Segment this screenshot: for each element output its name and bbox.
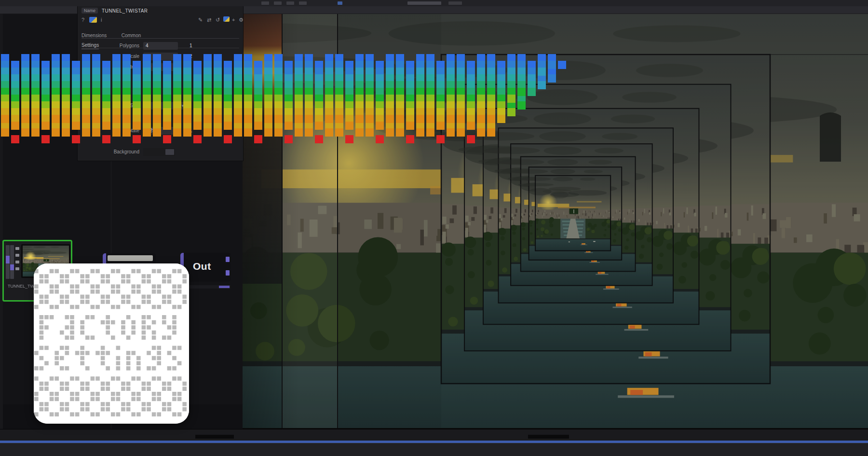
- factory-settings-pixel-art: [34, 263, 189, 424]
- edit-icon[interactable]: ✎: [198, 16, 203, 23]
- factory-settings-card: [34, 263, 189, 424]
- size-dropdown[interactable]: [143, 102, 186, 110]
- menu-icon[interactable]: [338, 1, 342, 5]
- param-row: Background: [78, 148, 243, 157]
- help-icon[interactable]: ?: [81, 16, 84, 23]
- revert-icon[interactable]: ↺: [216, 16, 220, 23]
- param-label: Size: [130, 103, 139, 108]
- out-node-label: Out: [193, 261, 211, 272]
- node-output-pip[interactable]: [226, 257, 230, 262]
- name-label: Name: [81, 8, 98, 14]
- param-label: Rotate: [125, 128, 139, 133]
- param-row: Polygons 4 1: [78, 42, 243, 51]
- operator-thumbnail-icon: [89, 17, 97, 23]
- tab-common[interactable]: Common: [122, 33, 141, 38]
- parameter-panel: Name TUNNEL_TWISTAR ? i ✎ ⇄ ↺ + ⚙ Dimens…: [77, 5, 244, 161]
- param-value-field[interactable]: 0.25: [143, 127, 178, 135]
- param-extra-value: 2: [190, 54, 192, 59]
- timeline[interactable]: [0, 429, 868, 456]
- param-label: Steps: [127, 64, 139, 69]
- param-label: Polygons: [120, 43, 139, 48]
- param-value-field[interactable]: 4: [143, 42, 178, 50]
- param-extra-value: 1: [190, 43, 192, 48]
- node-thumb-sky: [108, 255, 153, 261]
- background-color-swatch[interactable]: [143, 148, 175, 156]
- timeline-range-marker[interactable]: [195, 435, 234, 439]
- param-value-field[interactable]: 8: [143, 53, 178, 60]
- param-extra-value: 1: [190, 128, 192, 133]
- node-mini-icon: [15, 267, 19, 270]
- snapshot-icon[interactable]: [223, 16, 230, 22]
- gear-icon[interactable]: ⚙: [239, 16, 244, 23]
- param-row: Scale 8 2: [78, 53, 243, 61]
- timeline-range-marker[interactable]: [528, 435, 569, 439]
- status-smudge: [448, 1, 462, 5]
- node-slider[interactable]: [10, 245, 14, 279]
- operator-title: TUNNEL_TWISTAR: [102, 8, 148, 14]
- menu-icon[interactable]: [274, 1, 282, 5]
- node-output-pip[interactable]: [226, 270, 230, 276]
- window-title-bar: [0, 0, 868, 6]
- param-row: Size: [78, 102, 243, 111]
- tab-dimensions[interactable]: Dimensions: [81, 33, 107, 38]
- link-icon[interactable]: ⇄: [207, 16, 211, 23]
- menu-icon[interactable]: [261, 1, 269, 5]
- param-label: Scale: [127, 54, 139, 59]
- add-icon[interactable]: +: [232, 16, 235, 23]
- timeline-ruler[interactable]: [0, 429, 868, 441]
- menu-icon[interactable]: [299, 1, 307, 5]
- node-slider[interactable]: [6, 245, 10, 279]
- param-row: Rotate 0.25 1: [78, 127, 243, 136]
- image-viewport[interactable]: [243, 14, 868, 429]
- status-smudge: [407, 1, 441, 5]
- timeline-scroll-area[interactable]: [0, 443, 868, 456]
- node-mini-icon: [15, 247, 19, 250]
- node-progress-bar: [189, 285, 231, 289]
- menu-icon[interactable]: [286, 1, 294, 5]
- param-row: Steps 30: [78, 63, 243, 72]
- param-label: Background: [114, 149, 139, 154]
- node-mini-icon: [15, 261, 19, 263]
- node-mini-icon: [15, 254, 19, 257]
- param-value-field[interactable]: 30: [143, 63, 178, 71]
- info-icon[interactable]: i: [101, 16, 102, 23]
